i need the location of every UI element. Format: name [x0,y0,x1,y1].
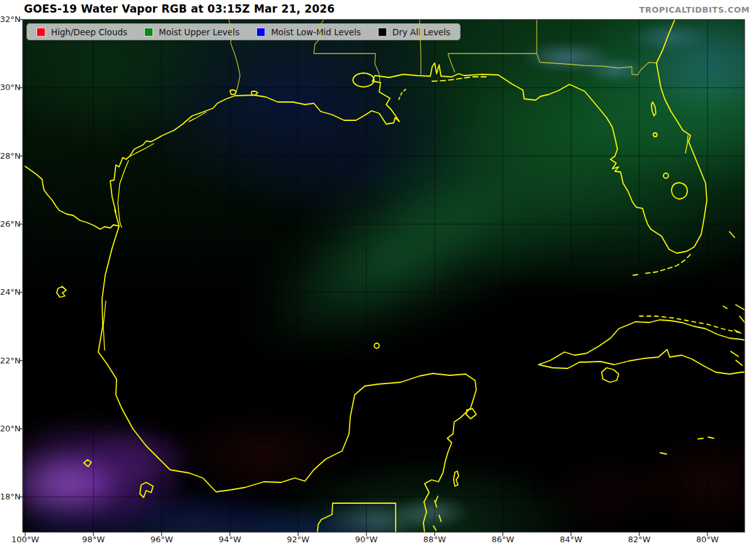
lon-tick-label: 84°W [549,535,593,544]
lat-tick-label: 22°N [0,356,18,365]
lat-tick-label: 24°N [0,287,18,297]
deep-cloud-magenta-region [79,423,199,492]
cloud-patch [319,498,432,532]
lon-tick-label: 100°W [3,535,47,544]
moist-low-blue-patch [627,20,745,114]
moisture-band [193,20,735,426]
moist-upper-green-region [249,454,602,532]
legend-swatch-icon [144,28,153,37]
lat-tick-label: 26°N [0,219,18,229]
legend-item-label: Moist Low-Mid Levels [271,27,361,37]
moisture-band [253,143,536,368]
lon-tick-label: 94°W [208,535,252,544]
lon-tick-label: 98°W [71,535,115,544]
lon-tick-label: 80°W [685,535,730,544]
lat-tick-label: 20°N [0,424,18,433]
dim-red-region [627,435,745,530]
lon-tick-label: 90°W [345,535,389,544]
legend-item: High/Deep Clouds [37,27,127,37]
moist-upper-green-region [98,517,300,532]
legend-item: Moist Upper Levels [144,27,239,37]
cloud-patch [394,495,470,530]
lon-tick-label: 82°W [617,535,662,544]
graticule-gridlines [23,20,745,532]
legend-item-label: High/Deep Clouds [51,27,127,37]
lat-tick-label: 32°N [0,14,18,24]
deep-cloud-magenta-region [23,416,193,532]
moist-low-navy-region [117,20,470,208]
lat-tick-label: 18°N [0,492,18,501]
page: { "header": { "title": "GOES-19 Water Va… [0,0,756,546]
watermark-text: TROPICALTIDBITS.COM [639,5,750,14]
cloud-patch [520,42,615,73]
satellite-imagery-canvas: High/Deep CloudsMoist Upper LevelsMoist … [23,20,745,532]
legend-item: Moist Low-Mid Levels [256,27,361,37]
page-title: GOES-19 Water Vapor RGB at 03:15Z Mar 21… [24,3,335,15]
moist-upper-green-region [564,20,745,190]
lon-tick-label: 92°W [276,535,320,544]
legend-swatch-icon [256,28,265,37]
legend-bar: High/Deep CloudsMoist Upper LevelsMoist … [26,23,461,40]
moist-upper-green-region [350,20,745,297]
moist-low-navy-region [231,95,501,240]
lon-tick-label: 88°W [413,535,457,544]
moist-low-blue-patch [23,498,136,532]
lon-tick-label: 96°W [140,535,184,544]
lon-tick-label: 86°W [481,535,525,544]
moist-low-blue-patch [205,504,407,532]
cloud-patch [583,57,646,82]
deep-cloud-magenta-region [23,448,123,523]
legend-swatch-icon [378,28,387,37]
lat-tick-label: 28°N [0,151,18,161]
legend-swatch-icon [37,28,45,37]
dim-red-region [539,454,678,530]
legend-item-label: Dry All Levels [392,27,450,37]
dim-red-region [174,410,350,498]
moist-low-blue-patch [79,486,319,532]
legend-item: Dry All Levels [378,27,450,37]
lat-tick-label: 30°N [0,82,18,92]
cloud-patch [627,23,709,51]
legend-item-label: Moist Upper Levels [159,27,239,37]
